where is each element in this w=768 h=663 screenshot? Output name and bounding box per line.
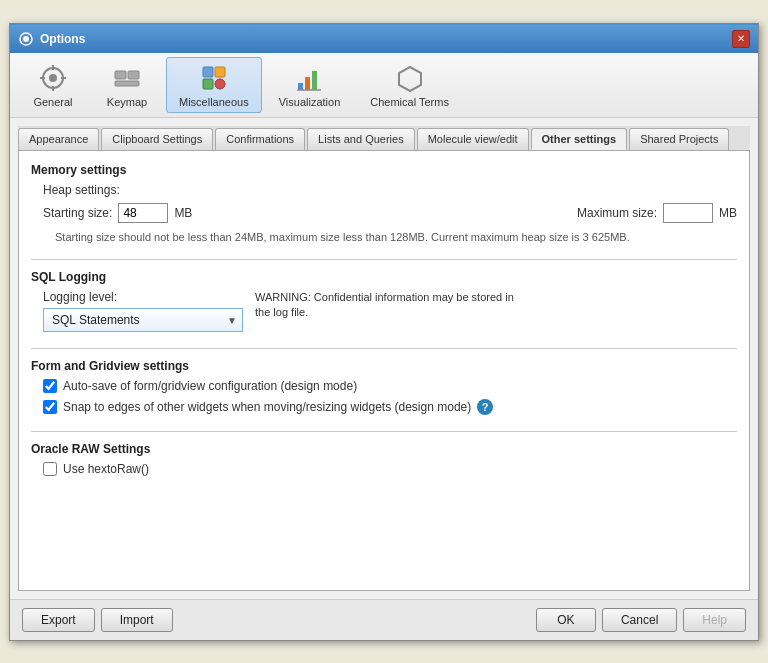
max-size-row: Maximum size: MB [577, 203, 737, 223]
cancel-button[interactable]: Cancel [602, 608, 677, 632]
title-bar: Options ✕ [10, 25, 758, 53]
memory-settings-title: Memory settings [31, 163, 737, 177]
svg-rect-15 [298, 83, 303, 90]
toolbar-general[interactable]: General [18, 57, 88, 113]
form-gridview-title: Form and Gridview settings [31, 359, 737, 373]
toolbar-chemical-terms[interactable]: Chemical Terms [357, 57, 462, 113]
toolbar-miscellaneous-label: Miscellaneous [179, 96, 249, 108]
starting-size-label: Starting size: [43, 206, 112, 220]
snap-label: Snap to edges of other widgets when movi… [63, 400, 471, 414]
bottom-right-buttons: OK Cancel Help [536, 608, 746, 632]
auto-save-row: Auto-save of form/gridview configuration… [43, 379, 737, 393]
snap-checkbox[interactable] [43, 400, 57, 414]
svg-point-3 [49, 74, 57, 82]
heap-info-text: Starting size should not be less than 24… [55, 231, 737, 243]
svg-point-1 [23, 36, 29, 42]
toolbar-general-label: General [33, 96, 72, 108]
heap-label: Heap settings: [43, 183, 737, 197]
ok-button[interactable]: OK [536, 608, 596, 632]
logging-level-select[interactable]: SQL Statements None All [43, 308, 243, 332]
max-mb-label: MB [719, 206, 737, 220]
sql-warning-text: WARNING: Confidential information may be… [255, 290, 515, 321]
starting-size-input[interactable] [118, 203, 168, 223]
visualization-icon [293, 62, 325, 94]
bottom-bar: Export Import OK Cancel Help [10, 599, 758, 640]
memory-settings-section: Memory settings Heap settings: Starting … [31, 163, 737, 243]
sql-logging-title: SQL Logging [31, 270, 737, 284]
oracle-raw-content: Use hextoRaw() [43, 462, 737, 476]
max-size-input[interactable] [663, 203, 713, 223]
tabs-bar: Appearance Clipboard Settings Confirmati… [18, 126, 750, 151]
tab-shared[interactable]: Shared Projects [629, 128, 729, 150]
separator-3 [31, 431, 737, 432]
logging-level-select-wrapper[interactable]: SQL Statements None All ▼ [43, 308, 243, 332]
form-gridview-section: Form and Gridview settings Auto-save of … [31, 359, 737, 415]
logging-level-label: Logging level: [43, 290, 243, 304]
use-hex-label: Use hextoRaw() [63, 462, 149, 476]
toolbar-chemical-terms-label: Chemical Terms [370, 96, 449, 108]
tab-content-other: Memory settings Heap settings: Starting … [18, 151, 750, 591]
toolbar-keymap[interactable]: Keymap [92, 57, 162, 113]
svg-rect-17 [312, 71, 317, 90]
auto-save-label: Auto-save of form/gridview configuration… [63, 379, 357, 393]
toolbar-miscellaneous[interactable]: Miscellaneous [166, 57, 262, 113]
use-hex-row: Use hextoRaw() [43, 462, 737, 476]
sql-left: Logging level: SQL Statements None All ▼ [43, 290, 243, 332]
svg-rect-11 [203, 67, 213, 77]
separator-2 [31, 348, 737, 349]
toolbar-keymap-label: Keymap [107, 96, 147, 108]
chemical-terms-icon [394, 62, 426, 94]
general-icon [37, 62, 69, 94]
title-bar-left: Options [18, 31, 85, 47]
content-area: Appearance Clipboard Settings Confirmati… [10, 118, 758, 599]
tab-molecule[interactable]: Molecule view/edit [417, 128, 529, 150]
window-title: Options [40, 32, 85, 46]
oracle-raw-section: Oracle RAW Settings Use hextoRaw() [31, 442, 737, 476]
svg-rect-10 [115, 81, 139, 86]
starting-size-row: Starting size: MB [43, 203, 192, 223]
form-gridview-content: Auto-save of form/gridview configuration… [43, 379, 737, 415]
tab-clipboard[interactable]: Clipboard Settings [101, 128, 213, 150]
import-button[interactable]: Import [101, 608, 173, 632]
toolbar-visualization-label: Visualization [279, 96, 341, 108]
snap-help-icon[interactable]: ? [477, 399, 493, 415]
options-window: Options ✕ General [9, 23, 759, 641]
svg-rect-8 [115, 71, 126, 79]
starting-mb-label: MB [174, 206, 192, 220]
close-button[interactable]: ✕ [732, 30, 750, 48]
svg-rect-13 [203, 79, 213, 89]
snap-row: Snap to edges of other widgets when movi… [43, 399, 737, 415]
svg-marker-19 [399, 67, 421, 91]
tab-confirmations[interactable]: Confirmations [215, 128, 305, 150]
tab-lists[interactable]: Lists and Queries [307, 128, 415, 150]
bottom-left-buttons: Export Import [22, 608, 173, 632]
export-button[interactable]: Export [22, 608, 95, 632]
sql-logging-content: Logging level: SQL Statements None All ▼… [43, 290, 737, 332]
oracle-raw-title: Oracle RAW Settings [31, 442, 737, 456]
max-size-label: Maximum size: [577, 206, 657, 220]
use-hex-checkbox[interactable] [43, 462, 57, 476]
heap-row: Starting size: MB Maximum size: MB [43, 203, 737, 227]
svg-point-14 [215, 79, 225, 89]
tab-other[interactable]: Other settings [531, 128, 628, 150]
sql-logging-section: SQL Logging Logging level: SQL Statement… [31, 270, 737, 332]
svg-rect-12 [215, 67, 225, 77]
svg-rect-16 [305, 77, 310, 90]
miscellaneous-icon [198, 62, 230, 94]
heap-settings-group: Heap settings: Starting size: MB Maximum… [43, 183, 737, 243]
window-icon [18, 31, 34, 47]
tab-appearance[interactable]: Appearance [18, 128, 99, 150]
separator-1 [31, 259, 737, 260]
toolbar-visualization[interactable]: Visualization [266, 57, 354, 113]
help-button[interactable]: Help [683, 608, 746, 632]
auto-save-checkbox[interactable] [43, 379, 57, 393]
toolbar: General Keymap Mi [10, 53, 758, 118]
keymap-icon [111, 62, 143, 94]
svg-rect-9 [128, 71, 139, 79]
